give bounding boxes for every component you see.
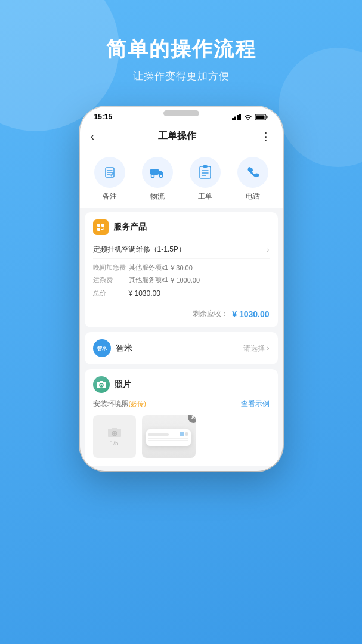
- note-icon-circle: [94, 157, 125, 188]
- phone-icon: [246, 166, 259, 179]
- fee-amount-0: ¥ 30.00: [171, 264, 193, 271]
- svg-rect-12: [150, 169, 159, 175]
- note-label: 备注: [103, 191, 117, 202]
- svg-point-13: [151, 175, 154, 178]
- photo-desc-text: 安装环境照: [93, 400, 129, 408]
- svg-rect-1: [234, 116, 236, 120]
- logistics-label: 物流: [150, 191, 165, 202]
- remaining-row: 剩余应收： ¥ 1030.00: [93, 304, 270, 320]
- svg-rect-0: [232, 118, 234, 120]
- signal-icon: [232, 114, 241, 120]
- workorder-icon-circle: [190, 157, 221, 188]
- fee-label-0: 晚间加急费: [93, 263, 129, 272]
- service-icon: [93, 219, 109, 235]
- service-product-name: 定频挂机空调维修（1-1.5P）: [93, 244, 185, 255]
- note-icon: [103, 166, 116, 179]
- workorder-icon: [199, 165, 212, 179]
- nav-more-button[interactable]: ⋮: [260, 130, 271, 143]
- photo-thumbnails: 1/5: [93, 415, 270, 458]
- svg-rect-6: [256, 115, 264, 119]
- camera-icon: [97, 380, 106, 389]
- smart-select-arrow: ›: [267, 344, 270, 352]
- photo-icon: [93, 376, 110, 393]
- smart-meter-card[interactable]: 智米 智米 请选择 ›: [85, 332, 278, 364]
- phone-label: 电话: [246, 191, 260, 202]
- svg-point-29: [113, 432, 116, 435]
- photo-title: 照片: [115, 379, 131, 390]
- total-label: 总价: [93, 289, 129, 298]
- view-example-link[interactable]: 查看示例: [241, 399, 270, 409]
- remaining-amount: ¥ 1030.00: [232, 309, 269, 319]
- svg-rect-3: [239, 114, 241, 120]
- svg-rect-15: [200, 166, 211, 178]
- svg-point-34: [180, 432, 184, 436]
- notch-inner: [163, 110, 199, 116]
- svg-rect-32: [148, 438, 188, 439]
- action-note[interactable]: 备注: [94, 157, 125, 202]
- fee-label-1: 运杂费: [93, 275, 129, 284]
- service-card-header: 服务产品: [93, 219, 270, 235]
- status-icons: [232, 114, 268, 120]
- svg-point-14: [159, 175, 162, 178]
- smart-name: 智米: [116, 343, 132, 354]
- smart-left: 智米 智米: [93, 339, 132, 357]
- service-product-arrow: ›: [267, 246, 270, 254]
- fee-row-0: 晚间加急费 其他服务项x1 ¥ 30.00: [93, 261, 270, 274]
- phone-icon-circle: [237, 157, 268, 188]
- action-logistics[interactable]: 物流: [142, 157, 173, 202]
- photo-required-label: (必传): [129, 400, 146, 407]
- svg-rect-2: [237, 115, 239, 120]
- total-amount: ¥ 1030.00: [129, 289, 160, 298]
- smart-avatar: 智米: [93, 339, 111, 357]
- svg-rect-33: [148, 440, 188, 441]
- nav-back-button[interactable]: ‹: [91, 129, 95, 143]
- smart-right: 请选择 ›: [243, 343, 270, 354]
- action-phone[interactable]: 电话: [237, 157, 268, 202]
- photo-subtitle-row: 安装环境照(必传) 查看示例: [93, 399, 270, 409]
- content-area: 服务产品 定频挂机空调维修（1-1.5P） › 晚间加急费 其他服务项x1 ¥ …: [80, 208, 283, 471]
- photo-count: 1/5: [110, 440, 119, 447]
- action-row: 备注 物流: [80, 148, 283, 208]
- service-product-row[interactable]: 定频挂机空调维修（1-1.5P） ›: [93, 241, 270, 259]
- workorder-label: 工单: [198, 191, 212, 202]
- fee-detail-1: 其他服务项x1: [129, 275, 169, 284]
- total-row: 总价 ¥ 1030.00: [93, 286, 270, 300]
- photo-header: 照片: [93, 376, 270, 393]
- phone-notch: [146, 107, 217, 121]
- svg-rect-22: [97, 228, 100, 231]
- wifi-icon: [244, 114, 252, 120]
- status-time: 15:15: [94, 113, 113, 121]
- svg-point-35: [185, 432, 188, 436]
- main-title: 简单的操作流程: [0, 36, 362, 63]
- photo-add-thumb[interactable]: 1/5: [93, 415, 136, 458]
- fee-row-1: 运杂费 其他服务项x1 ¥ 1000.00: [93, 274, 270, 286]
- ac-shape-svg: [143, 417, 194, 456]
- phone-mockup: 15:15: [80, 107, 283, 471]
- action-workorder[interactable]: 工单: [190, 157, 221, 202]
- sub-title: 让操作变得更加方便: [0, 69, 362, 83]
- ac-image: [142, 415, 196, 458]
- smart-select-label: 请选择: [243, 343, 265, 354]
- svg-rect-5: [266, 116, 267, 118]
- photo-thumb-img: ✕: [142, 415, 196, 458]
- service-title: 服务产品: [113, 222, 147, 233]
- svg-point-27: [100, 385, 102, 386]
- svg-rect-20: [97, 224, 100, 227]
- svg-rect-16: [203, 165, 208, 168]
- remaining-label: 剩余应收：: [193, 309, 228, 319]
- photo-card: 照片 安装环境照(必传) 查看示例: [85, 369, 278, 466]
- phone-wrapper: 15:15: [0, 107, 362, 471]
- nav-title: 工单操作: [158, 130, 196, 143]
- smart-avatar-text: 智米: [97, 345, 107, 352]
- camera-add-icon: [108, 427, 121, 438]
- battery-icon: [255, 114, 268, 120]
- header-section: 简单的操作流程 让操作变得更加方便: [0, 0, 362, 83]
- service-product-card: 服务产品 定频挂机空调维修（1-1.5P） › 晚间加急费 其他服务项x1 ¥ …: [85, 212, 278, 327]
- fee-detail-0: 其他服务项x1: [129, 263, 169, 272]
- nav-bar: ‹ 工单操作 ⋮: [80, 125, 283, 148]
- fee-amount-1: ¥ 1000.00: [171, 277, 200, 284]
- product-icon: [96, 222, 106, 232]
- logistics-icon-circle: [142, 157, 173, 188]
- photo-desc: 安装环境照(必传): [93, 399, 146, 409]
- truck-icon: [150, 166, 165, 178]
